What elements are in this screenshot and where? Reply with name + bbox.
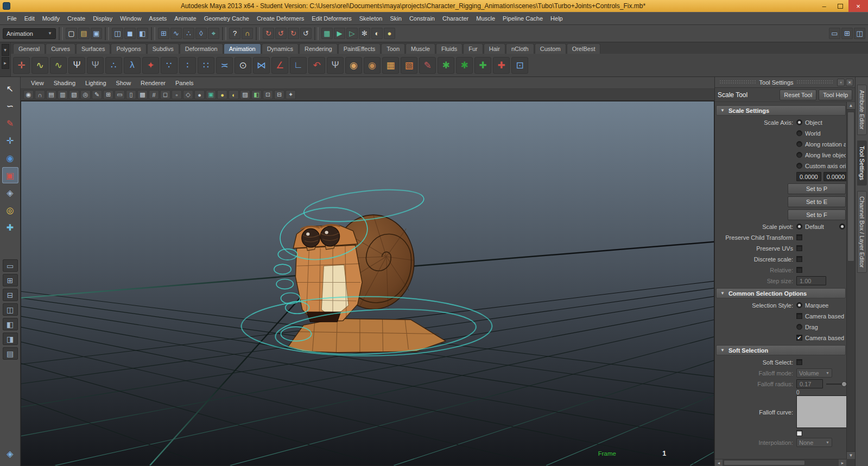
snap-plane-icon[interactable]: ◊ — [195, 28, 207, 39]
snap-grid-icon[interactable]: ⊞ — [158, 28, 169, 39]
anim-curve-alt-icon[interactable]: ∿ — [50, 57, 67, 74]
share-view-icon[interactable]: ✦ — [286, 90, 296, 99]
construction-history-icon[interactable]: ↺ — [300, 28, 312, 39]
select-hierarchy-icon[interactable]: ◫ — [112, 28, 123, 39]
menu-item[interactable]: Muscle — [472, 13, 499, 24]
soft-modification-icon[interactable]: ◎ — [2, 202, 18, 218]
split-pane-layout-icon[interactable]: ◫ — [854, 28, 865, 39]
panel-menu-item[interactable]: Lighting — [80, 78, 111, 88]
preserve-uvs-checkbox[interactable] — [796, 245, 802, 251]
input-connections-icon[interactable]: ↻ — [263, 28, 274, 39]
open-scene-icon[interactable]: ▤ — [78, 28, 90, 39]
menu-item[interactable]: Display — [89, 13, 116, 24]
falloff-curve-widget[interactable] — [796, 395, 848, 428]
export-weights-icon[interactable]: ▧ — [401, 57, 417, 74]
soft-selection-section-header[interactable]: ▼ Soft Selection — [716, 345, 846, 355]
mirror-skin-weights-icon[interactable]: Ψ — [327, 57, 344, 74]
shelf-tab[interactable]: nCloth — [506, 43, 534, 54]
light-ball-icon[interactable]: ● — [384, 28, 395, 39]
lock-camera-icon[interactable]: ∩ — [35, 90, 45, 99]
menu-set-dropdown[interactable]: Animation ▼ — [3, 28, 56, 39]
maximize-button[interactable] — [832, 0, 848, 12]
shelf-tab[interactable]: Custom — [535, 43, 566, 54]
set-axis-button[interactable]: Set to E — [788, 196, 846, 207]
menu-item[interactable]: Animate — [170, 13, 200, 24]
step-size-field[interactable]: 1.00 — [796, 276, 826, 285]
bookmarks-icon[interactable]: ▥ — [58, 90, 68, 99]
new-scene-icon[interactable]: ▢ — [66, 28, 77, 39]
menu-item[interactable]: Create — [64, 13, 89, 24]
selection-option-control[interactable] — [796, 324, 802, 330]
shelf-tab[interactable]: Curves — [46, 43, 75, 54]
snap-point-icon[interactable]: ∴ — [183, 28, 194, 39]
camera-attributes-icon[interactable]: ▤ — [46, 90, 56, 99]
two-pane-stacked-layout-icon[interactable]: ⊟ — [3, 289, 18, 301]
close-button[interactable]: × — [848, 0, 868, 12]
menu-item[interactable]: Help — [547, 13, 567, 24]
image-plane-icon[interactable]: ▧ — [69, 90, 79, 99]
render-view-icon[interactable]: ▦ — [321, 28, 333, 39]
gate-mask-icon[interactable]: ▩ — [137, 90, 148, 99]
shelf-tab[interactable]: Dynamics — [262, 43, 299, 54]
field-chart-icon[interactable]: # — [149, 90, 159, 99]
shelf-tab[interactable]: Hair — [484, 43, 505, 54]
shelf-tab[interactable]: General — [13, 43, 45, 54]
joint-connect-icon[interactable]: ∶ — [179, 57, 196, 74]
character-walk-icon[interactable]: Ψ — [87, 57, 104, 74]
head-control-icon[interactable]: ◉ — [345, 57, 362, 74]
preserve-child-checkbox[interactable] — [796, 234, 802, 240]
relative-checkbox[interactable] — [796, 267, 802, 273]
shelf-tab[interactable]: Subdivs — [147, 43, 179, 54]
side-panel-tab[interactable]: Attribute Editor — [857, 85, 867, 135]
paint-skin-weights-icon[interactable]: ✎ — [419, 57, 436, 74]
menu-item[interactable]: File — [3, 13, 21, 24]
render-settings-icon[interactable]: ✻ — [359, 28, 370, 39]
add-influence-icon[interactable]: ✚ — [474, 57, 491, 74]
side-panel-tab[interactable]: Tool Settings — [857, 141, 867, 186]
shelf-tab[interactable]: Fur — [463, 43, 483, 54]
menu-item[interactable]: Character — [439, 13, 472, 24]
isolate-select-icon[interactable]: ◧ — [251, 90, 262, 99]
outliner-toggle-icon[interactable]: ⊟ — [274, 90, 284, 99]
vertical-scrollbar[interactable]: ▲ ▼ — [846, 102, 855, 459]
character-skeleton-icon[interactable]: Ψ — [68, 57, 85, 74]
discrete-scale-checkbox[interactable] — [796, 256, 802, 262]
interpolation-dropdown[interactable]: None ▼ — [796, 438, 832, 447]
shelf-tab[interactable]: Deformation — [180, 43, 223, 54]
hypergraph-persp-layout-icon[interactable]: ▤ — [3, 347, 18, 360]
lasso-select-tool-icon[interactable]: ∽ — [2, 98, 18, 114]
set-axis-button[interactable]: Set to F — [788, 209, 846, 220]
toolbar-group-divider[interactable] — [105, 27, 109, 40]
scroll-right-icon[interactable]: ► — [839, 459, 846, 466]
tool-help-button[interactable]: Tool Help — [819, 90, 852, 100]
ipr-render-icon[interactable]: ▷ — [346, 28, 358, 39]
panel-menu-item[interactable]: Panels — [170, 78, 199, 88]
shadows-icon[interactable]: ◐ — [229, 90, 239, 99]
pane-layout-icon[interactable]: ⊡ — [263, 90, 273, 99]
help-icon[interactable]: ? — [229, 28, 240, 39]
scrollbar-thumb[interactable] — [847, 112, 854, 261]
select-component-icon[interactable]: ◧ — [137, 28, 148, 39]
shelf-tab[interactable]: Polygons — [111, 43, 146, 54]
minimize-button[interactable]: – — [816, 0, 832, 12]
joint-mirror-icon[interactable]: ≍ — [216, 57, 233, 74]
scroll-down-icon[interactable]: ▼ — [847, 451, 855, 459]
safe-action-icon[interactable]: ◻ — [160, 90, 170, 99]
common-selection-section-header[interactable]: ▼ Common Selection Options — [716, 288, 846, 298]
soft-select-checkbox[interactable] — [796, 359, 802, 365]
menu-item[interactable]: Create Deformers — [253, 13, 308, 24]
toolbar-group-divider[interactable] — [59, 27, 63, 40]
toolbar-group-divider[interactable] — [314, 27, 319, 40]
menu-item[interactable]: Assets — [145, 13, 170, 24]
interactive-bind-icon[interactable]: ✱ — [456, 57, 473, 74]
ik-spline-icon[interactable]: ∵ — [161, 57, 178, 74]
scroll-up-icon[interactable]: ▲ — [847, 102, 855, 110]
scale-axis-radio[interactable] — [796, 130, 802, 136]
input-output-connections-icon[interactable]: ↻ — [288, 28, 299, 39]
character-set-icon[interactable]: ◈ — [2, 445, 18, 462]
single-pane-layout-icon[interactable]: ▭ — [829, 28, 840, 39]
menu-item[interactable]: Skeleton — [356, 13, 387, 24]
output-connections-icon[interactable]: ↺ — [275, 28, 287, 39]
falloff-radius-field[interactable]: 0.17 — [796, 379, 823, 388]
pivot-default-radio[interactable] — [796, 224, 802, 229]
